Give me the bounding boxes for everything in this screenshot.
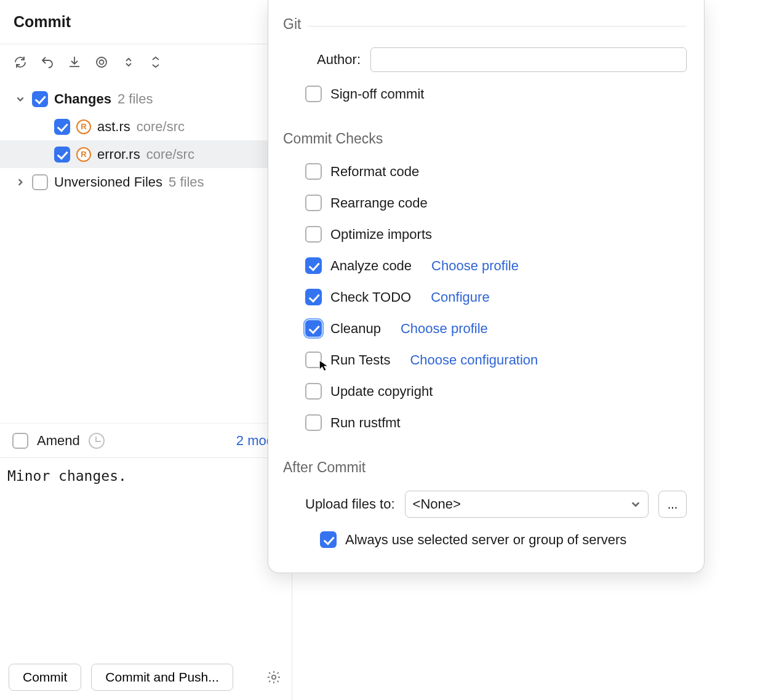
rustfmt-checkbox[interactable] [305, 414, 322, 431]
unversioned-node[interactable]: Unversioned Files 5 files [0, 168, 292, 196]
analyze-row: Analyze code Choose profile [283, 250, 687, 281]
copyright-checkbox[interactable] [305, 383, 322, 400]
rust-file-icon: R [76, 119, 91, 134]
runtests-checkbox[interactable] [305, 352, 322, 368]
todo-row: Check TODO Configure [283, 281, 687, 313]
changes-tree: Changes 2 files R ast.rs core/src R erro… [0, 74, 292, 423]
changes-node[interactable]: Changes 2 files [0, 85, 292, 113]
cleanup-checkbox[interactable] [305, 320, 322, 337]
commit-button[interactable]: Commit [9, 664, 81, 691]
commit-options-popover: Git Author: Sign-off commit Commit Check… [268, 0, 705, 573]
todo-checkbox[interactable] [305, 289, 322, 305]
changes-label: Changes [54, 91, 111, 107]
upload-browse-button[interactable]: ... [658, 491, 687, 518]
rust-file-icon: R [76, 147, 91, 162]
cleanup-profile-link[interactable]: Choose profile [401, 321, 488, 337]
always-use-label: Always use selected server or group of s… [345, 532, 626, 548]
amend-row: Amend 2 modif [0, 423, 292, 457]
commit-message-input[interactable]: Minor changes. [0, 457, 292, 654]
reformat-checkbox[interactable] [305, 163, 322, 180]
copyright-row: Update copyright [283, 376, 687, 407]
file-row[interactable]: R error.rs core/src [0, 140, 292, 168]
runtests-row: Run Tests Choose configuration [283, 344, 687, 376]
svg-point-3 [97, 57, 106, 67]
author-row: Author: [283, 41, 687, 78]
unversioned-checkbox[interactable] [32, 174, 48, 190]
commit-push-button[interactable]: Commit and Push... [91, 664, 233, 691]
rearrange-row: Rearrange code [283, 187, 687, 219]
always-use-checkbox[interactable] [320, 531, 337, 548]
copyright-label: Update copyright [330, 384, 433, 400]
author-label: Author: [305, 52, 361, 68]
runtests-label: Run Tests [330, 352, 390, 368]
file-row[interactable]: R ast.rs core/src [0, 113, 292, 140]
reformat-row: Reformat code [283, 156, 687, 187]
analyze-checkbox[interactable] [305, 257, 322, 274]
rustfmt-row: Run rustfmt [283, 407, 687, 438]
unversioned-label: Unversioned Files [54, 174, 162, 190]
show-diff-icon[interactable] [92, 53, 111, 71]
file-path: core/src [137, 119, 185, 135]
optimize-row: Optimize imports [283, 219, 687, 250]
upload-select[interactable]: <None> [405, 491, 649, 518]
git-section-title: Git [283, 16, 687, 33]
panel-title: Commit [14, 13, 71, 31]
analyze-profile-link[interactable]: Choose profile [431, 258, 519, 274]
cleanup-label: Cleanup [330, 321, 381, 337]
file-path: core/src [146, 147, 194, 163]
file-name: error.rs [97, 147, 140, 163]
commit-toolbar [0, 44, 292, 74]
changes-checkbox[interactable] [32, 91, 48, 107]
author-input[interactable] [370, 47, 687, 72]
amend-checkbox[interactable] [12, 433, 28, 449]
upload-value: <None> [413, 496, 461, 512]
rearrange-label: Rearrange code [330, 195, 428, 211]
chevron-down-icon[interactable] [15, 94, 26, 105]
cleanup-row: Cleanup Choose profile [283, 313, 687, 344]
file-checkbox[interactable] [54, 119, 70, 135]
rearrange-checkbox[interactable] [305, 195, 322, 211]
file-name: ast.rs [97, 119, 130, 135]
signoff-row: Sign-off commit [283, 78, 687, 110]
bottom-bar: Commit Commit and Push... [0, 654, 292, 700]
svg-point-4 [100, 60, 104, 65]
rustfmt-label: Run rustfmt [330, 415, 401, 431]
history-icon[interactable] [89, 433, 105, 449]
upload-row: Upload files to: <None> ... [283, 485, 687, 524]
todo-configure-link[interactable]: Configure [431, 289, 489, 305]
rollback-icon[interactable] [38, 53, 57, 71]
todo-label: Check TODO [330, 289, 411, 305]
analyze-label: Analyze code [330, 258, 412, 274]
after-commit-title: After Commit [283, 459, 687, 476]
upload-label: Upload files to: [305, 496, 395, 512]
signoff-label: Sign-off commit [330, 86, 424, 102]
runtests-config-link[interactable]: Choose configuration [410, 352, 538, 368]
file-checkbox[interactable] [54, 147, 70, 163]
shelve-icon[interactable] [65, 53, 84, 71]
commit-panel: Commit Changes 2 files R ast.rs core/src… [0, 0, 292, 700]
optimize-label: Optimize imports [330, 227, 432, 243]
group-icon[interactable] [146, 53, 165, 71]
changelist-icon[interactable] [119, 53, 138, 71]
changes-count: 2 files [118, 91, 153, 107]
chevron-right-icon[interactable] [15, 177, 26, 188]
panel-header: Commit [0, 0, 292, 44]
refresh-icon[interactable] [11, 53, 30, 71]
gear-icon[interactable] [265, 668, 283, 686]
reformat-label: Reformat code [330, 164, 419, 180]
commit-checks-title: Commit Checks [283, 131, 687, 147]
signoff-checkbox[interactable] [305, 86, 322, 102]
svg-point-5 [272, 675, 276, 679]
optimize-checkbox[interactable] [305, 226, 322, 243]
always-use-row: Always use selected server or group of s… [283, 524, 687, 555]
unversioned-count: 5 files [169, 174, 204, 190]
amend-label: Amend [37, 433, 80, 449]
